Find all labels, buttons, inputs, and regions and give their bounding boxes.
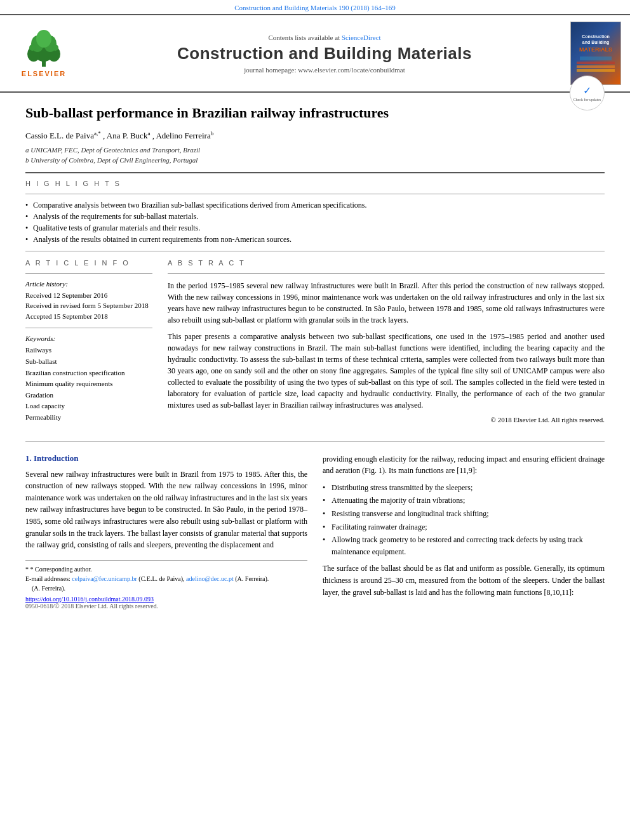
article-info-column: A R T I C L E I N F O Article history: R…: [25, 259, 152, 430]
highlight-item-4: Analysis of the results obtained in curr…: [25, 235, 605, 244]
copyright-text: © 2018 Elsevier Ltd. All rights reserved…: [168, 416, 605, 423]
intro-para-1: Several new railway infrastructures were…: [25, 469, 307, 551]
contents-available-text: Contents lists available at ScienceDirec…: [85, 34, 564, 41]
elsevier-tree-icon: [21, 30, 67, 68]
article-info-rule: [25, 273, 152, 274]
received-date: Received 12 September 2016: [25, 290, 152, 301]
email2-link[interactable]: adelino@dec.uc.pt: [186, 575, 234, 582]
doi-anchor[interactable]: https://doi.org/10.1016/j.conbuildmat.20…: [25, 596, 154, 603]
doi-link: https://doi.org/10.1016/j.conbuildmat.20…: [25, 596, 307, 603]
journal-ref-text: Construction and Building Materials 190 …: [234, 4, 396, 11]
highlights-list: Comparative analysis between two Brazili…: [25, 201, 605, 244]
function-item-1: Distributing stress transmitted by the s…: [323, 482, 605, 494]
main-left-column: 1. Introduction Several new railway infr…: [25, 453, 307, 610]
abstract-text: In the period 1975–1985 several new rail…: [168, 280, 605, 326]
check-updates-badge: ✓ Check for updates: [570, 76, 605, 110]
email-footnote: E-mail addresses: celpaiva@fec.unicamp.b…: [25, 574, 307, 583]
keyword-7: Permeability: [25, 412, 152, 423]
affiliation-b: b University of Coimbra, Dept of Civil E…: [25, 155, 605, 166]
footnotes-section: * * Corresponding author. E-mail address…: [25, 560, 307, 610]
check-updates-label: Check for updates: [573, 98, 601, 102]
author3-sup: b: [211, 130, 214, 137]
paper-body: ✓ Check for updates Sub-ballast performa…: [0, 93, 630, 621]
issn-text: 0950-0618/© 2018 Elsevier Ltd. All right…: [25, 603, 307, 610]
email1-link[interactable]: celpaiva@fec.unicamp.br: [72, 575, 137, 582]
svg-rect-10: [577, 65, 615, 68]
abstract-text-2: This paper presents a comparative analys…: [168, 331, 605, 411]
keyword-3: Brazilian construction specification: [25, 368, 152, 379]
ballast-functions-list: Distributing stress transmitted by the s…: [323, 482, 605, 558]
homepage-link[interactable]: www.elsevier.com/locate/conbuildmat: [298, 66, 405, 74]
email-affiliation-note: (A. Ferreira).: [32, 583, 307, 593]
article-info-header: A R T I C L E I N F O: [25, 259, 152, 267]
svg-rect-11: [577, 69, 615, 72]
highlight-item-2: Analysis of the requirements for sub-bal…: [25, 212, 605, 222]
main-content: 1. Introduction Several new railway infr…: [25, 453, 605, 610]
check-icon: ✓: [583, 84, 591, 97]
function-item-2: Attenuating the majority of train vibrat…: [323, 495, 605, 507]
affiliations: a UNICAMP, FEC, Dept of Geotechnics and …: [25, 145, 605, 166]
keywords-section: Keywords: Railways Sub-ballast Brazilian…: [25, 335, 152, 423]
article-info-abstract: A R T I C L E I N F O Article history: R…: [25, 259, 605, 430]
abstract-rule: [168, 273, 605, 274]
abstract-column: A B S T R A C T In the period 1975–1985 …: [168, 259, 605, 430]
keyword-4: Minimum quality requirements: [25, 378, 152, 390]
authors-line: Cassio E.L. de Paivaa,* , Ana P. Bucka ,…: [25, 130, 605, 141]
history-label: Article history:: [25, 280, 152, 288]
science-direct-link[interactable]: ScienceDirect: [342, 34, 381, 41]
journal-main-title: Construction and Building Materials: [85, 44, 564, 63]
elsevier-logo: ELSEVIER: [9, 30, 79, 77]
journal-header-center: Contents lists available at ScienceDirec…: [79, 34, 570, 74]
cover-decoration: [577, 55, 615, 73]
intro-right-para-2: The surface of the ballast should be as …: [323, 563, 605, 598]
svg-rect-12: [580, 57, 612, 60]
author3-name: , Adelino Ferreira: [152, 131, 211, 140]
function-item-3: Resisting transverse and longitudinal tr…: [323, 508, 605, 520]
keyword-2: Sub-ballast: [25, 356, 152, 368]
keyword-6: Load capacity: [25, 401, 152, 412]
keyword-5: Gradation: [25, 390, 152, 401]
divider-after-affiliations: [25, 172, 605, 173]
author2-sup: a: [147, 130, 150, 137]
abstract-header: A B S T R A C T: [168, 259, 605, 267]
svg-point-8: [52, 44, 58, 51]
title-section: ✓ Check for updates Sub-ballast performa…: [25, 104, 605, 123]
keywords-rule: [25, 328, 152, 328]
svg-point-6: [36, 30, 51, 48]
page-separator: [25, 441, 605, 442]
svg-point-7: [29, 44, 36, 51]
author2-name: , Ana P. Buck: [103, 131, 147, 140]
intro-right-para-1: providing enough elasticity for the rail…: [323, 453, 605, 477]
highlights-label: H I G H L I G H T S: [25, 180, 605, 187]
highlight-item-1: Comparative analysis between two Brazili…: [25, 201, 605, 210]
journal-header: ELSEVIER Contents lists available at Sci…: [0, 14, 630, 93]
journal-homepage: journal homepage: www.elsevier.com/locat…: [85, 66, 564, 74]
journal-cover-image: Construction and Building MATERIALS: [570, 22, 621, 85]
article-history: Article history: Received 12 September 2…: [25, 280, 152, 322]
intro-heading: 1. Introduction: [25, 453, 307, 463]
cover-materials-text: MATERIALS: [579, 46, 612, 53]
highlight-item-3: Qualitative tests of granular materials …: [25, 223, 605, 233]
highlights-bottom-rule: [25, 251, 605, 251]
journal-reference: Construction and Building Materials 190 …: [0, 0, 630, 14]
affiliation-a: a UNICAMP, FEC, Dept of Geotechnics and …: [25, 145, 605, 156]
keywords-label: Keywords:: [25, 335, 152, 342]
cover-title-top: Construction and Building: [582, 34, 610, 45]
accepted-date: Accepted 15 September 2018: [25, 311, 152, 322]
contents-text: Contents lists available at: [268, 34, 340, 41]
keyword-1: Railways: [25, 345, 152, 356]
revised-date: Received in revised form 5 September 201…: [25, 300, 152, 311]
author1-name: Cassio E.L. de Paiva: [25, 131, 94, 140]
article-title: Sub-ballast performance in Brazilian rai…: [25, 104, 605, 123]
function-item-4: Facilitating rainwater drainage;: [323, 521, 605, 533]
highlights-top-rule: [25, 194, 605, 194]
author1-sup: a,*: [94, 130, 101, 137]
function-item-5: Allowing track geometry to be restored a…: [323, 534, 605, 557]
elsevier-brand-text: ELSEVIER: [22, 70, 66, 77]
svg-rect-9: [577, 62, 615, 64]
highlights-section: H I G H L I G H T S Comparative analysis…: [25, 180, 605, 251]
corresponding-author-note: * * Corresponding author.: [25, 564, 307, 574]
main-right-column: providing enough elasticity for the rail…: [323, 453, 605, 610]
